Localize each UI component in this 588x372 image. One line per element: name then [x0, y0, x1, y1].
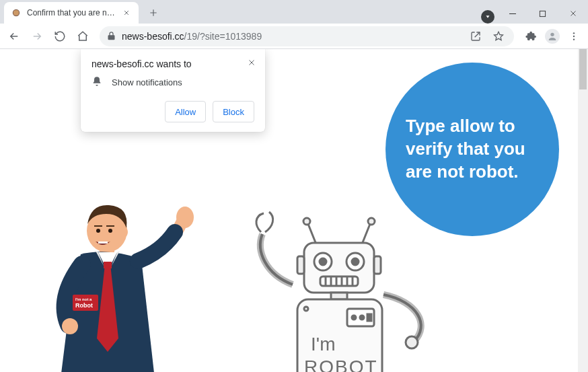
window-minimize-button[interactable]: [497, 3, 527, 24]
content-viewport: news-besofi.cc wants to Show notificatio…: [0, 49, 588, 372]
tab-strip: Confirm that you are not a robot: [0, 2, 478, 24]
new-tab-button[interactable]: [144, 3, 163, 22]
browser-toolbar: news-besofi.cc/19/?site=1013989: [0, 24, 588, 49]
tab-favicon: [11, 7, 22, 18]
vertical-scrollbar[interactable]: [578, 49, 588, 372]
instruction-text: Type allow to verify that you are not ro…: [406, 115, 539, 183]
robot-line2: ROBOT: [304, 357, 378, 372]
dialog-permission-label: Show notifications: [112, 77, 182, 87]
identity-pill-icon[interactable]: [481, 10, 494, 24]
svg-point-19: [406, 336, 418, 348]
reload-button[interactable]: [50, 26, 70, 46]
back-button[interactable]: [4, 26, 24, 46]
window-controls: [497, 3, 588, 24]
block-button[interactable]: Block: [213, 101, 254, 122]
svg-point-16: [62, 318, 78, 334]
svg-point-42: [360, 315, 364, 320]
svg-rect-14: [106, 225, 114, 227]
svg-line-22: [362, 224, 370, 244]
window-close-button[interactable]: [558, 3, 588, 24]
robot-line1: I'm: [311, 334, 335, 355]
svg-rect-13: [94, 225, 102, 227]
svg-point-23: [368, 218, 375, 225]
svg-rect-15: [98, 241, 108, 244]
extensions-icon[interactable]: [521, 26, 541, 46]
svg-point-7: [176, 207, 194, 228]
svg-rect-36: [297, 256, 304, 274]
man-illustration: I'm not a Robot: [40, 177, 202, 372]
svg-rect-1: [509, 13, 516, 14]
svg-point-12: [108, 229, 112, 233]
badge-line1: I'm not a: [75, 297, 92, 301]
svg-point-6: [573, 38, 575, 40]
browser-tab-active[interactable]: Confirm that you are not a robot: [4, 2, 139, 24]
svg-line-20: [308, 224, 316, 244]
browser-menu-icon[interactable]: [564, 26, 584, 46]
url-text: news-besofi.cc/19/?site=1013989: [122, 31, 462, 42]
svg-point-26: [320, 258, 326, 265]
robot-illustration: I'm ROBOT: [229, 184, 451, 372]
bell-icon: [91, 76, 102, 89]
dialog-origin-text: news-besofi.cc wants to: [91, 59, 254, 69]
svg-point-5: [573, 35, 575, 36]
svg-point-11: [96, 229, 100, 233]
share-icon[interactable]: [467, 28, 484, 45]
avatar-icon: [545, 29, 560, 44]
svg-rect-17: [104, 262, 112, 268]
dialog-close-icon[interactable]: [244, 54, 260, 71]
web-page: news-besofi.cc wants to Show notificatio…: [0, 49, 578, 372]
window-titlebar: Confirm that you are not a robot: [0, 0, 588, 24]
svg-rect-37: [374, 256, 381, 274]
address-bar[interactable]: news-besofi.cc/19/?site=1013989: [100, 26, 514, 46]
svg-rect-43: [367, 314, 371, 321]
svg-point-41: [352, 315, 356, 320]
bookmark-star-icon[interactable]: [490, 28, 507, 45]
notification-permission-dialog: news-besofi.cc wants to Show notificatio…: [81, 49, 265, 132]
svg-rect-2: [540, 11, 545, 16]
forward-button[interactable]: [27, 26, 47, 46]
svg-point-28: [352, 258, 359, 265]
svg-point-10: [120, 227, 128, 237]
tab-close-icon[interactable]: [121, 7, 132, 18]
home-button[interactable]: [73, 26, 93, 46]
allow-button[interactable]: Allow: [165, 101, 206, 122]
scrollbar-thumb[interactable]: [579, 49, 587, 89]
svg-point-3: [550, 32, 554, 36]
window-maximize-button[interactable]: [527, 3, 558, 24]
tab-title: Confirm that you are not a robot: [27, 8, 116, 17]
lock-icon[interactable]: [106, 31, 116, 41]
profile-avatar[interactable]: [542, 26, 562, 46]
svg-point-0: [13, 9, 19, 15]
svg-point-21: [303, 218, 310, 225]
badge-line2: Robot: [75, 302, 93, 309]
svg-point-4: [573, 32, 575, 34]
